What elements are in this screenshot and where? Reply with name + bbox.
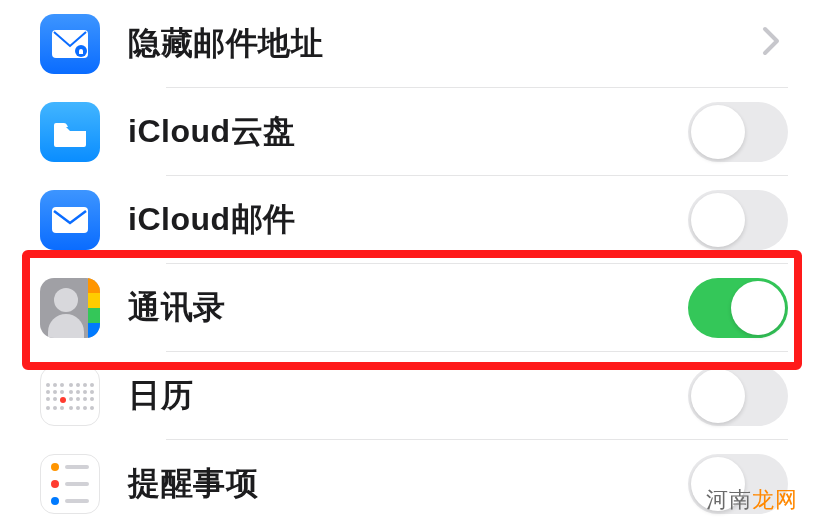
row-calendar[interactable]: 日历 xyxy=(40,352,788,440)
row-label: iCloud云盘 xyxy=(128,110,688,154)
row-contacts[interactable]: 通讯录 xyxy=(40,264,788,352)
reminders-icon xyxy=(40,454,100,514)
row-hide-my-email[interactable]: 隐藏邮件地址 xyxy=(40,0,788,88)
row-label: 日历 xyxy=(128,374,688,418)
chevron-right-icon xyxy=(762,23,780,65)
row-reminders[interactable]: 提醒事项 xyxy=(40,440,788,527)
row-label: 隐藏邮件地址 xyxy=(128,22,762,66)
calendar-icon xyxy=(40,366,100,426)
watermark: 河南龙网 xyxy=(706,485,798,515)
toggle-icloud-drive[interactable] xyxy=(688,102,788,162)
toggle-contacts[interactable] xyxy=(688,278,788,338)
icloud-settings-list: 隐藏邮件地址 iCloud云盘 xyxy=(0,0,828,527)
hide-my-email-icon xyxy=(40,14,100,74)
mail-icon xyxy=(40,190,100,250)
contacts-icon xyxy=(40,278,100,338)
row-icloud-drive[interactable]: iCloud云盘 xyxy=(40,88,788,176)
icloud-drive-icon xyxy=(40,102,100,162)
row-icloud-mail[interactable]: iCloud邮件 xyxy=(40,176,788,264)
svg-rect-2 xyxy=(52,207,88,233)
toggle-calendar[interactable] xyxy=(688,366,788,426)
row-label: 通讯录 xyxy=(128,286,688,330)
row-label: 提醒事项 xyxy=(128,462,688,506)
toggle-icloud-mail[interactable] xyxy=(688,190,788,250)
row-label: iCloud邮件 xyxy=(128,198,688,242)
